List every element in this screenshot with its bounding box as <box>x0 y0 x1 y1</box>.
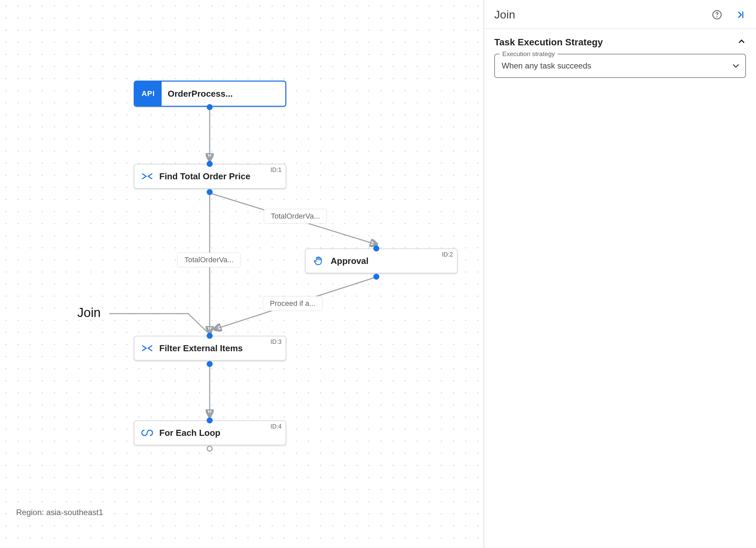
node-id: ID:2 <box>442 251 453 258</box>
data-map-icon <box>140 341 154 355</box>
task-node-approval[interactable]: ID:2 Approval <box>305 248 458 273</box>
edge-label[interactable]: Proceed if a... <box>263 296 323 311</box>
port[interactable] <box>207 189 213 195</box>
panel-title: Join <box>494 8 515 21</box>
node-label: Approval <box>331 256 369 266</box>
task-node-find-total[interactable]: ID:1 Find Total Order Price <box>134 164 286 189</box>
panel-collapse-icon[interactable] <box>734 9 746 21</box>
select-value: When any task succeeds <box>502 61 591 70</box>
section-header[interactable]: Task Execution Strategy <box>494 37 746 48</box>
port[interactable] <box>207 333 213 339</box>
port[interactable] <box>207 361 213 367</box>
section-title: Task Execution Strategy <box>494 37 603 48</box>
port[interactable] <box>207 161 213 167</box>
execution-strategy-select[interactable]: Execution strategy When any task succeed… <box>494 54 746 78</box>
region-label: Region: asia-southeast1 <box>16 508 103 517</box>
help-circle-icon[interactable] <box>711 9 723 21</box>
caret-down-icon <box>732 61 739 71</box>
port[interactable] <box>373 245 379 252</box>
task-node-filter[interactable]: ID:3 Filter External Items <box>134 336 286 361</box>
panel-header: Join <box>484 0 756 29</box>
properties-panel: Join Task Execution Strategy Execution s… <box>484 0 756 548</box>
node-id: ID:1 <box>270 167 282 174</box>
port[interactable] <box>207 104 213 110</box>
svg-point-4 <box>717 16 718 17</box>
edge-label[interactable]: TotalOrderVa... <box>264 209 327 224</box>
task-node-loop[interactable]: ID:4 For Each Loop <box>134 420 286 445</box>
port-empty[interactable] <box>207 446 213 452</box>
node-id: ID:3 <box>270 338 282 346</box>
node-label: Find Total Order Price <box>159 171 250 182</box>
node-label: For Each Loop <box>159 428 220 438</box>
node-label: Filter External Items <box>159 343 243 354</box>
hand-icon <box>312 254 325 268</box>
api-chip: API <box>135 82 162 106</box>
trigger-node[interactable]: API OrderProcess... <box>134 81 286 107</box>
node-id: ID:4 <box>270 423 282 430</box>
port[interactable] <box>373 274 379 280</box>
select-float-label: Execution strategy <box>500 50 557 58</box>
data-map-icon <box>140 170 154 183</box>
loop-icon <box>140 426 154 440</box>
section-execution-strategy: Task Execution Strategy Execution strate… <box>484 29 756 81</box>
diagram-canvas[interactable]: API OrderProcess... ID:1 Find Total Orde… <box>0 0 484 548</box>
chevron-up-icon[interactable] <box>737 37 746 47</box>
app-root: API OrderProcess... ID:1 Find Total Orde… <box>0 0 756 548</box>
edge-label[interactable]: TotalOrderVa... <box>177 253 241 267</box>
trigger-label: OrderProcess... <box>168 89 233 99</box>
port[interactable] <box>207 417 213 423</box>
annotation-join: Join <box>77 306 101 320</box>
